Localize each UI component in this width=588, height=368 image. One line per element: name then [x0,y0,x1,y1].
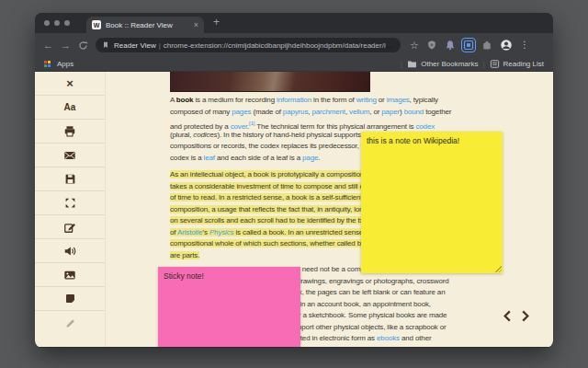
text-run: . [318,154,320,162]
extension-shield-icon[interactable] [426,40,437,51]
new-tab-button[interactable]: + [213,16,220,29]
article-link[interactable]: bound [404,108,424,116]
reading-list-button[interactable]: Reading List [490,59,544,69]
bookmarks-divider: | [482,60,484,68]
sidebar-button-print[interactable] [35,120,105,144]
tab-title: Book :: Reader View [106,21,190,29]
yellow-note-text: this is a note on Wikipedia! [367,136,459,145]
toolbar-icons: ☆ ⋮ [410,39,529,52]
yellow-sticky-note[interactable]: this is a note on Wikipedia! [361,132,503,273]
address-bar-text: Reader View|chrome-extension://cnimijdab… [114,41,394,50]
article-link[interactable]: parchment [311,108,345,116]
previous-page-icon[interactable] [502,309,513,323]
text-run: codices [193,131,217,139]
text-run: and other [400,334,432,342]
article-link[interactable]: leaf [204,154,215,162]
window-controls[interactable] [44,20,70,26]
article-link[interactable]: vellum [349,108,369,116]
reader-content: × Aa [35,72,553,347]
text-run: , or [369,108,381,116]
text-run: compositions or records, the codex repla… [170,142,373,150]
sidebar-button-save[interactable] [35,167,105,191]
article-link[interactable]: papyrus [283,108,308,116]
tab-close-icon[interactable]: × [194,21,198,29]
window-control-dot[interactable] [64,20,70,26]
article-link[interactable]: images [387,96,410,104]
reading-list-icon [490,59,500,69]
bookmarks-bar: Apps | Other Bookmarks | Reading List [35,57,553,72]
other-bookmarks-button[interactable]: Other Bookmarks [407,59,478,69]
article-link[interactable]: writing [356,96,377,104]
extension-bell-icon[interactable] [445,40,456,51]
forward-icon[interactable]: → [61,40,71,51]
reader-sidebar: × Aa [35,72,106,347]
article-link[interactable]: pages [232,108,251,116]
page-navigation [502,309,531,323]
article-link[interactable]: Aristotle [177,228,203,236]
apps-shortcut[interactable]: Apps [44,60,74,68]
address-bar[interactable]: Reader View|chrome-extension://cnimijdab… [96,38,401,52]
sidebar-button-close[interactable]: × [35,72,105,96]
sidebar-button-fullscreen[interactable] [35,191,105,215]
next-page-icon[interactable] [520,309,531,323]
article-link[interactable]: Physics [209,228,234,236]
bookmark-star-icon[interactable]: ☆ [410,40,419,51]
highlighter-icon [64,317,76,329]
reader-view-active-icon[interactable] [463,40,474,51]
sidebar-button-images[interactable] [35,263,105,287]
print-icon [63,125,76,138]
text-run: composed of many [170,108,232,116]
sidebar-button-edit-note[interactable] [35,215,105,239]
apps-label: Apps [57,60,74,68]
pink-note-text: Sticky note! [164,271,204,281]
article-link[interactable]: ebooks [377,334,400,342]
menu-dots-icon[interactable]: ⋮ [520,40,529,50]
email-icon [63,149,76,162]
sidebar-button-font-settings[interactable]: Aa [35,96,105,120]
text-run: codex is a [170,154,204,162]
text-run: are parts. [170,251,199,259]
edit-note-icon [63,221,76,234]
article-link[interactable]: paper [381,108,400,116]
wikipedia-favicon: W [92,20,101,29]
folder-icon [407,59,417,69]
text-run: 's [203,228,209,236]
address-separator: | [156,41,164,50]
text-run: is a medium for recording [193,96,277,104]
font-settings-icon: Aa [64,103,76,112]
window-control-dot[interactable] [44,20,50,26]
article-link[interactable]: information [277,96,311,104]
window-control-dot[interactable] [54,20,60,26]
close-icon: × [66,77,74,89]
bookmarks-divider: | [401,60,402,68]
sidebar-button-highlighter[interactable] [35,311,105,335]
text-run: , typically [410,96,438,104]
refresh-icon[interactable] [78,40,88,51]
extensions-puzzle-icon[interactable] [481,40,492,51]
back-icon[interactable]: ← [43,40,53,51]
reading-list-label: Reading List [503,60,544,68]
text-run: (made of [251,108,283,116]
text-run: or [377,96,387,104]
text-run: of [170,228,177,236]
save-icon [64,173,76,185]
extension-name: Reader View [114,41,156,50]
text-run: together [424,108,451,116]
address-url: chrome-extension://cnimijdabicdbanpijhde… [164,41,394,50]
profile-avatar-icon[interactable] [500,39,513,52]
other-bookmarks-label: Other Bookmarks [421,60,478,68]
pink-sticky-note[interactable]: Sticky note! [158,267,300,347]
article-image [170,72,370,92]
tab-book-reader-view[interactable]: W Book :: Reader View × [86,17,204,33]
sidebar-button-sticky-note[interactable] [35,287,105,311]
sidebar-button-text-to-speech[interactable] [35,239,105,263]
text-run: and each side of a leaf is a [215,154,302,162]
text-run: book [176,96,194,104]
apps-grid-icon [44,61,51,67]
sticky-note-icon [64,293,76,305]
extension-page-icon [102,41,109,49]
sidebar-button-email[interactable] [35,144,105,167]
browser-toolbar: ← → Reader View|chrome-extension://cnimi… [35,33,553,57]
article-link[interactable]: page [302,154,318,162]
text-run: in the form of [311,96,356,104]
